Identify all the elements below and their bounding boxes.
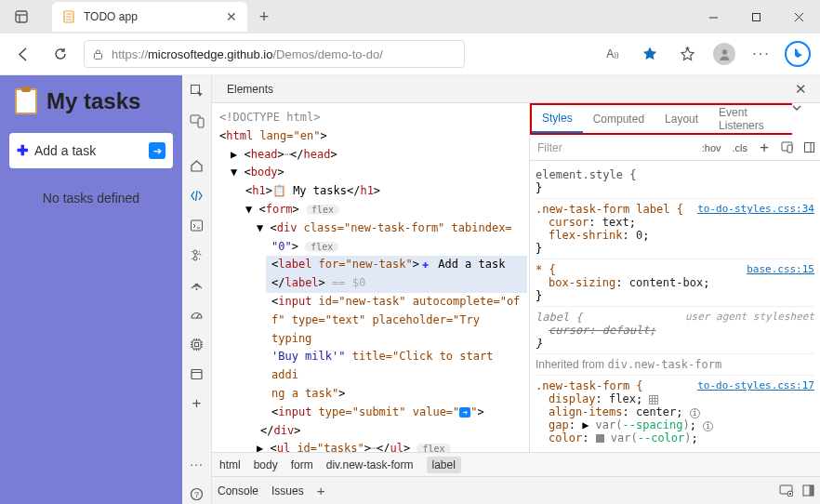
svg-rect-39 — [810, 485, 814, 496]
devtools-header: Elements ✕ — [212, 75, 820, 103]
device-icon[interactable] — [187, 111, 207, 131]
bing-chat-icon[interactable] — [785, 41, 811, 67]
minimize-button[interactable] — [692, 0, 734, 33]
styles-pane: Styles Computed Layout Event Listeners F… — [530, 103, 820, 452]
svg-point-19 — [193, 250, 197, 254]
window-controls — [692, 0, 820, 33]
devtools-close-icon[interactable]: ✕ — [789, 81, 813, 98]
app-pane: My tasks ✚ Add a task ➔ No tasks defined — [0, 74, 182, 504]
elements-icon[interactable] — [187, 185, 207, 206]
svg-rect-24 — [192, 340, 201, 349]
tab-styles[interactable]: Styles — [532, 105, 583, 133]
browser-tab[interactable]: TODO app ✕ — [52, 2, 247, 32]
crumb-selected[interactable]: label — [427, 457, 461, 473]
url-path: /Demos/demo-to-do/ — [272, 47, 383, 61]
css-link[interactable]: to-do-styles.css:17 — [697, 379, 814, 391]
svg-rect-25 — [195, 342, 199, 346]
add-task-label: Add a task — [34, 143, 143, 158]
crumb[interactable]: form — [291, 458, 313, 471]
tab-favicon — [61, 9, 76, 24]
dom-doctype: <!DOCTYPE html> — [219, 109, 522, 127]
more-tabs-button[interactable] — [792, 103, 820, 135]
application-icon[interactable] — [187, 364, 207, 384]
browser-menu-icon[interactable] — [13, 8, 30, 25]
empty-state: No tasks defined — [0, 174, 182, 206]
svg-rect-18 — [192, 220, 203, 231]
close-tab-icon[interactable]: ✕ — [225, 10, 238, 23]
elements-tab[interactable]: Elements — [219, 77, 281, 101]
svg-point-14 — [721, 49, 726, 54]
reader-button[interactable]: A)) — [599, 40, 627, 68]
help-icon[interactable]: ? — [187, 484, 207, 504]
drawer-issues[interactable]: Issues — [271, 484, 304, 497]
browser-toolbar: https://microsoftedge.github.io/Demos/de… — [0, 33, 820, 74]
devtools: + ··· ? Elements ✕ <!DOCTYPE html> <html… — [182, 74, 820, 504]
devtools-drawer: Console Issues + — [212, 476, 820, 504]
drawer-dock-icon[interactable] — [802, 484, 814, 497]
url-domain: microsoftedge.github.io — [148, 47, 272, 61]
app-title: My tasks — [0, 75, 182, 127]
app-title-text: My tasks — [46, 88, 140, 114]
styles-toolbar: Filter :hov .cls + — [530, 135, 820, 161]
crumb[interactable]: html — [219, 458, 241, 471]
svg-text:?: ? — [194, 490, 199, 499]
svg-rect-32 — [804, 143, 813, 153]
lock-icon — [92, 48, 104, 60]
more-button[interactable]: ··· — [747, 40, 775, 68]
inspect-icon[interactable] — [187, 81, 207, 101]
add-tool-icon[interactable]: + — [187, 393, 207, 414]
dom-tree[interactable]: <!DOCTYPE html> <html lang="en"> ▶ <head… — [212, 103, 530, 452]
refresh-button[interactable] — [46, 40, 74, 68]
maximize-button[interactable] — [734, 0, 777, 33]
new-rule-icon[interactable]: + — [753, 139, 775, 156]
svg-rect-17 — [198, 118, 204, 127]
svg-point-21 — [196, 288, 198, 290]
console-icon[interactable] — [187, 215, 207, 235]
collections-button[interactable] — [673, 40, 701, 68]
tab-layout[interactable]: Layout — [655, 105, 708, 133]
sources-icon[interactable] — [187, 245, 207, 265]
dom-breadcrumb[interactable]: html body form div.new-task-form label — [212, 452, 820, 476]
memory-icon[interactable] — [187, 334, 207, 354]
hov-toggle[interactable]: :hov — [696, 142, 727, 153]
filter-input[interactable]: Filter — [530, 141, 696, 154]
tab-event-listeners[interactable]: Event Listeners — [708, 105, 792, 133]
new-tab-button[interactable]: + — [251, 4, 277, 30]
tab-computed[interactable]: Computed — [583, 105, 655, 133]
css-link[interactable]: to-do-styles.css:34 — [697, 203, 814, 215]
clipboard-icon — [15, 88, 37, 114]
favorite-button[interactable] — [636, 40, 664, 68]
crumb[interactable]: div.new-task-form — [326, 458, 414, 471]
cls-toggle[interactable]: .cls — [727, 142, 754, 153]
css-link[interactable]: base.css:15 — [747, 263, 814, 275]
svg-rect-8 — [752, 13, 760, 20]
svg-rect-31 — [787, 145, 792, 153]
add-task-input[interactable]: ✚ Add a task ➔ — [9, 133, 173, 168]
profile-button[interactable] — [710, 40, 738, 68]
svg-rect-26 — [192, 369, 202, 378]
svg-line-22 — [197, 314, 200, 318]
styles-rules: element.style {} to-do-styles.css:34 .ne… — [530, 161, 820, 452]
svg-point-20 — [193, 257, 197, 260]
network-icon[interactable] — [187, 274, 207, 295]
device-styles-icon[interactable] — [775, 141, 798, 153]
back-button[interactable] — [9, 40, 37, 68]
drawer-add-icon[interactable]: + — [317, 483, 325, 498]
computed-sidebar-icon[interactable] — [798, 141, 820, 153]
activity-bar: + ··· ? — [182, 75, 212, 504]
submit-arrow-icon[interactable]: ➔ — [149, 142, 165, 159]
crumb[interactable]: body — [254, 458, 278, 471]
address-bar[interactable]: https://microsoftedge.github.io/Demos/de… — [84, 40, 465, 68]
welcome-icon[interactable] — [187, 155, 207, 176]
svg-rect-11 — [95, 53, 102, 59]
drawer-console[interactable]: Console — [218, 484, 258, 497]
styles-tabs: Styles Computed Layout Event Listeners — [530, 103, 792, 135]
close-window-button[interactable] — [777, 0, 820, 33]
url-protocol: https:// — [112, 47, 148, 61]
plus-icon: ✚ — [17, 142, 29, 159]
drawer-errors-icon[interactable] — [779, 484, 793, 497]
more-tools-icon[interactable]: ··· — [187, 454, 207, 474]
performance-icon[interactable] — [187, 304, 207, 325]
titlebar: TODO app ✕ + — [0, 0, 820, 33]
svg-rect-0 — [16, 11, 27, 22]
